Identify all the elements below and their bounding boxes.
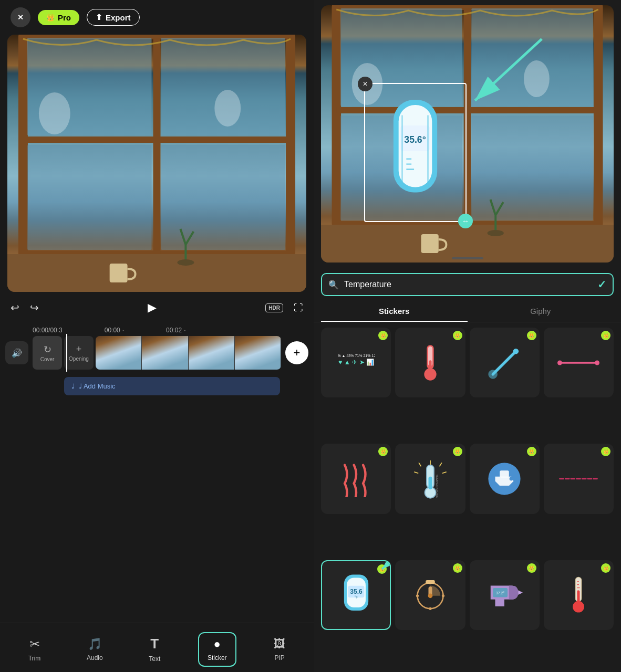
- svg-point-38: [424, 368, 436, 380]
- time-labels: 00:00/00:3 00:00 · 00:02 ·: [5, 327, 308, 336]
- export-button[interactable]: ⬆ Export: [87, 9, 140, 26]
- svg-point-58: [510, 477, 513, 480]
- sticker-item-8[interactable]: 👑: [544, 444, 614, 513]
- top-bar: ✕ 👑 Pro ⬆ Export: [0, 0, 314, 35]
- pro-badge-10: 👑: [453, 563, 462, 573]
- svg-point-22: [524, 60, 550, 97]
- infrared-gun-sticker: 37.2°: [486, 576, 523, 613]
- pro-badge-2: 👑: [453, 331, 462, 340]
- tab-stickers[interactable]: Stickers: [321, 301, 468, 322]
- video-preview: [7, 35, 306, 292]
- undo-button[interactable]: ↩: [11, 301, 19, 314]
- music-track[interactable]: ♩ ♩ Add Music: [64, 377, 280, 395]
- resize-icon: ↔: [462, 217, 469, 225]
- sticker-item-6[interactable]: 👑 TEMPERATURE: [395, 444, 465, 513]
- sticker-delete-button[interactable]: ✕: [358, 77, 372, 91]
- tab-giphy[interactable]: Giphy: [468, 301, 614, 322]
- sticker-grid: 👑 28% ▲ 43% 71% 21% 12% ♥ ▲ ✈ ➤ 📊 👑 �: [314, 328, 621, 672]
- heat-waves-sticker: [338, 460, 375, 497]
- right-video-panel: ✕ ↔ 35.6°: [321, 5, 614, 262]
- svg-point-46: [595, 360, 599, 365]
- pro-label: Pro: [58, 13, 71, 22]
- audio-tool[interactable]: 🎵 Audio: [78, 633, 111, 666]
- svg-point-42: [513, 349, 519, 354]
- sticker-item-12[interactable]: 👑: [544, 560, 614, 630]
- opening-clip[interactable]: + Opening: [64, 336, 94, 370]
- time-dot1: ·: [122, 327, 124, 334]
- sticker-item-11[interactable]: 👑 37.2°: [470, 560, 540, 630]
- sticker-item-7[interactable]: 👑: [470, 444, 540, 513]
- sticker-item-10[interactable]: 👑: [395, 560, 465, 630]
- clip-thumb-1: [96, 336, 142, 370]
- medical-gun-sticker: [486, 460, 523, 497]
- upload-icon: ⬆: [96, 13, 102, 22]
- music-note-icon: ♩: [71, 382, 75, 390]
- sticker-item-9[interactable]: 👑 35.6 °F: [321, 560, 391, 630]
- plus-icon-opening: +: [76, 344, 82, 355]
- sticker-resize-handle[interactable]: ↔: [458, 214, 473, 228]
- redo-button[interactable]: ↪: [30, 301, 39, 314]
- play-icon: ▶: [148, 301, 157, 314]
- svg-marker-77: [518, 591, 523, 595]
- trim-tool[interactable]: ✂ Trim: [20, 633, 49, 666]
- timeline-playhead: [66, 334, 67, 372]
- refresh-icon: ↻: [44, 344, 51, 355]
- pro-button[interactable]: 👑 Pro: [38, 10, 79, 25]
- sticker-item-1[interactable]: 👑 28% ▲ 43% 71% 21% 12% ♥ ▲ ✈ ➤ 📊: [321, 328, 391, 397]
- add-clip-button[interactable]: +: [285, 341, 308, 364]
- pip-tool[interactable]: 🖼 PIP: [265, 633, 294, 666]
- right-side: ✕ ↔ 35.6°: [314, 0, 621, 672]
- svg-point-9: [39, 92, 70, 134]
- close-button[interactable]: ✕: [11, 7, 30, 27]
- sticker-item-2[interactable]: 👑: [395, 328, 465, 397]
- audio-track-button[interactable]: 🔊: [5, 341, 28, 364]
- search-input[interactable]: [344, 280, 592, 289]
- svg-rect-54: [428, 477, 432, 490]
- svg-point-45: [557, 360, 562, 365]
- teal-needle-sticker: [486, 344, 523, 381]
- main-layout: ✕ 👑 Pro ⬆ Export: [0, 0, 621, 672]
- svg-line-51: [414, 472, 418, 474]
- pro-badge-7: 👑: [527, 447, 536, 456]
- sticker-item-3[interactable]: 👑: [470, 328, 540, 397]
- sticker-item-5[interactable]: 👑: [321, 444, 391, 513]
- sticker-selection-box: ✕ ↔ 35.6°: [364, 83, 467, 222]
- svg-rect-57: [500, 470, 509, 477]
- svg-rect-40: [429, 360, 431, 369]
- music-track-area: ♩ ♩ Add Music: [35, 374, 308, 395]
- svg-line-48: [439, 463, 441, 466]
- svg-text:37.2°: 37.2°: [496, 591, 505, 595]
- sticker-tabs: Stickers Giphy: [314, 301, 621, 322]
- thermometer-sticker-svg: 35.6°: [365, 84, 465, 221]
- text-tool[interactable]: T Text: [140, 632, 169, 667]
- pro-badge-8: 👑: [601, 447, 610, 456]
- sticker-tool[interactable]: ● Sticker: [198, 632, 236, 667]
- cover-label: Cover: [40, 356, 55, 362]
- svg-rect-20: [421, 234, 439, 253]
- pro-badge-11: 👑: [527, 563, 536, 573]
- red-thermometer-sticker: [417, 343, 443, 382]
- clip-thumb-3: [189, 336, 235, 370]
- cover-clip[interactable]: ↻ Cover: [33, 336, 62, 370]
- playback-controls: ↩ ↪ ▶ HDR ⛶: [0, 292, 314, 323]
- svg-rect-85: [577, 591, 580, 603]
- timeline-track: 🔊 ↻ Cover + Opening: [5, 336, 308, 370]
- left-side: ✕ 👑 Pro ⬆ Export: [0, 0, 314, 672]
- bottom-toolbar: ✂ Trim 🎵 Audio T Text ● Sticker 🖼 PIP: [0, 623, 314, 672]
- svg-point-73: [428, 594, 433, 598]
- add-icon: +: [294, 346, 301, 360]
- svg-rect-18: [471, 116, 593, 220]
- digital-thermometer-sticker: 35.6 °F: [340, 572, 372, 617]
- trim-label: Trim: [28, 655, 41, 662]
- sticker-item-4[interactable]: 👑: [544, 328, 614, 397]
- play-button[interactable]: ▶: [141, 296, 164, 319]
- pip-icon: 🖼: [274, 637, 285, 651]
- fullscreen-button[interactable]: ⛶: [294, 302, 303, 313]
- pro-badge-12: 👑: [601, 563, 610, 573]
- pip-label: PIP: [275, 654, 285, 662]
- scissors-icon: ✂: [29, 637, 40, 652]
- svg-point-69: [429, 607, 431, 610]
- svg-point-71: [442, 594, 444, 597]
- search-confirm-button[interactable]: ✓: [597, 278, 606, 291]
- sticker-label: Sticker: [208, 654, 227, 662]
